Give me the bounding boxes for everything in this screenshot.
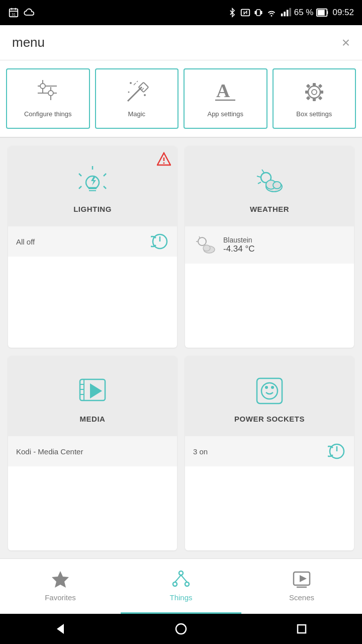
lighting-power-button[interactable] <box>151 232 169 251</box>
svg-line-31 <box>134 83 136 85</box>
svg-point-87 <box>173 582 177 586</box>
things-icon <box>170 568 192 590</box>
svg-rect-13 <box>284 12 286 16</box>
nav-item-things[interactable]: Things <box>121 559 241 614</box>
svg-line-56 <box>79 186 81 189</box>
menu-grid: Configure things Magic A App settings <box>0 60 362 138</box>
svg-line-54 <box>104 186 106 189</box>
svg-point-95 <box>176 624 186 634</box>
weather-icon <box>252 164 287 199</box>
app-settings-icon: A <box>212 79 238 105</box>
box-settings-icon <box>301 79 327 105</box>
status-bar: 31 <box>0 0 362 25</box>
svg-marker-92 <box>300 575 307 582</box>
svg-text:31: 31 <box>12 12 16 17</box>
svg-point-39 <box>308 86 320 98</box>
svg-point-81 <box>265 386 268 389</box>
signal-icon <box>280 7 291 18</box>
nav-item-scenes[interactable]: Scenes <box>241 559 362 614</box>
media-status: Kodi - Media Center <box>16 447 83 456</box>
close-button[interactable]: × <box>342 35 350 51</box>
svg-point-34 <box>130 82 132 84</box>
svg-point-19 <box>40 84 45 89</box>
bottom-navigation: Favorites Things Scenes <box>0 558 362 614</box>
svg-point-82 <box>271 386 274 389</box>
scenes-label: Scenes <box>289 593 314 602</box>
cloud-icon <box>23 7 34 18</box>
power-sockets-status: 3 on <box>193 447 208 456</box>
weather-card[interactable]: WEATHER Blaustein -4.34 °C <box>185 146 354 348</box>
nfc-icon <box>240 7 251 18</box>
svg-point-67 <box>273 182 281 189</box>
svg-point-22 <box>48 91 53 96</box>
svg-marker-85 <box>52 571 69 588</box>
svg-point-80 <box>261 383 278 399</box>
power-socket-icon <box>252 373 287 409</box>
svg-point-86 <box>179 571 183 575</box>
svg-point-88 <box>185 582 189 586</box>
recents-button[interactable] <box>292 619 312 639</box>
svg-line-63 <box>258 182 261 184</box>
bluetooth-icon <box>228 7 237 18</box>
svg-rect-17 <box>318 10 325 15</box>
weather-temperature: -4.34 °C <box>223 244 255 254</box>
svg-rect-15 <box>289 8 291 17</box>
lightbulb-icon <box>75 164 110 199</box>
svg-line-55 <box>79 174 81 176</box>
svg-rect-44 <box>320 91 323 94</box>
media-card-bottom: Kodi - Media Center <box>8 436 177 466</box>
svg-point-40 <box>312 90 317 95</box>
svg-point-35 <box>144 94 146 96</box>
svg-rect-43 <box>305 91 308 94</box>
lighting-status: All off <box>16 237 35 246</box>
cards-grid: LIGHTING All off <box>0 138 362 558</box>
battery-icon <box>316 7 329 18</box>
media-card[interactable]: MEDIA Kodi - Media Center <box>8 356 177 550</box>
menu-item-configure-things[interactable]: Configure things <box>6 68 90 129</box>
nav-item-favorites[interactable]: Favorites <box>0 559 121 614</box>
svg-rect-30 <box>138 82 148 92</box>
menu-item-app-settings[interactable]: A App settings <box>184 68 267 129</box>
svg-line-53 <box>104 174 106 176</box>
svg-text:A: A <box>216 80 230 101</box>
lighting-card-bottom: All off <box>8 226 177 257</box>
weather-small-icon <box>193 232 218 258</box>
power-sockets-power-button[interactable] <box>328 442 346 460</box>
media-title: MEDIA <box>80 415 106 423</box>
battery-text: 65 % <box>294 8 314 18</box>
wifi-icon <box>266 7 277 18</box>
menu-item-box-settings[interactable]: Box settings <box>273 68 356 129</box>
home-button[interactable] <box>171 619 191 639</box>
svg-point-72 <box>203 245 210 251</box>
power-sockets-card-top: POWER SOCKETS <box>185 356 354 436</box>
lighting-title: LIGHTING <box>73 205 112 213</box>
weather-title: WEATHER <box>250 205 289 213</box>
box-settings-label: Box settings <box>296 110 332 119</box>
svg-marker-78 <box>90 383 102 398</box>
svg-rect-42 <box>313 98 316 101</box>
power-sockets-title: POWER SOCKETS <box>234 415 305 423</box>
svg-line-89 <box>175 575 181 582</box>
svg-rect-96 <box>298 625 306 633</box>
power-sockets-card-bottom: 3 on <box>185 436 354 466</box>
svg-line-62 <box>257 176 260 177</box>
svg-rect-41 <box>313 83 316 86</box>
back-button[interactable] <box>50 619 70 639</box>
media-card-top: MEDIA <box>8 356 177 436</box>
svg-line-32 <box>137 81 138 82</box>
svg-rect-14 <box>287 10 289 17</box>
svg-point-51 <box>163 163 165 164</box>
power-sockets-card[interactable]: POWER SOCKETS 3 on <box>185 356 354 550</box>
lighting-card[interactable]: LIGHTING All off <box>8 146 177 348</box>
weather-location: Blaustein <box>223 236 255 244</box>
magic-label: Magic <box>128 110 145 119</box>
weather-card-bottom: Blaustein -4.34 °C <box>185 226 354 264</box>
status-bar-left: 31 <box>8 7 34 18</box>
lighting-card-top: LIGHTING <box>8 146 177 226</box>
weather-info: Blaustein -4.34 °C <box>223 236 255 254</box>
media-icon <box>75 373 110 409</box>
svg-point-68 <box>198 237 206 246</box>
favorites-icon <box>49 568 71 590</box>
svg-line-33 <box>142 88 144 90</box>
menu-item-magic[interactable]: Magic <box>95 68 179 129</box>
